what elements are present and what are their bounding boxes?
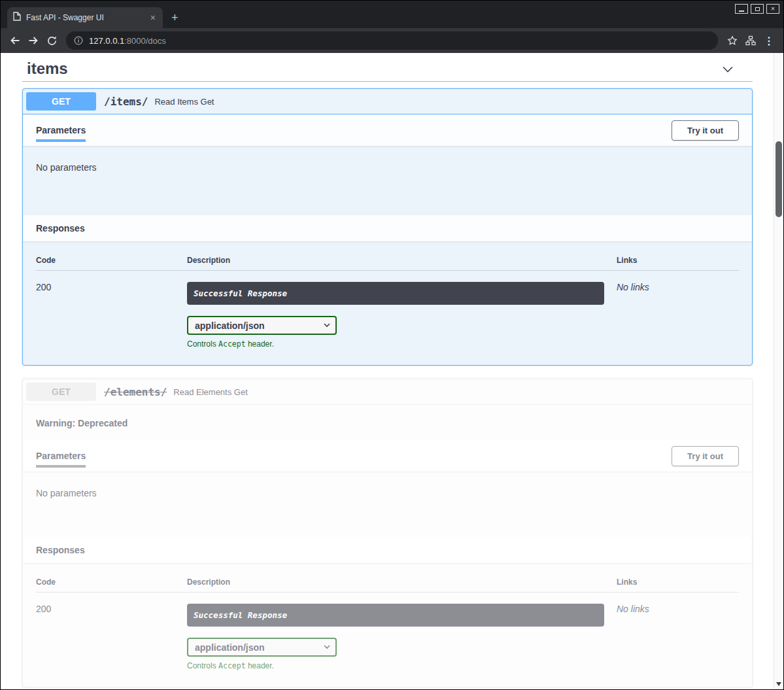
no-parameters-text: No parameters xyxy=(36,488,97,498)
tab-close-icon[interactable]: × xyxy=(149,13,157,22)
operation-description: Read Items Get xyxy=(154,97,214,107)
method-badge: GET xyxy=(26,92,96,111)
opblock-get-elements-deprecated: GET /elements/ Read Elements Get Warning… xyxy=(22,379,753,687)
code-column-header: Code xyxy=(36,249,187,271)
forward-icon[interactable] xyxy=(24,31,43,50)
response-description: Successful Response xyxy=(187,604,604,627)
page-content: items GET /items/ Read Items Get Paramet… xyxy=(1,53,783,689)
responses-label: Responses xyxy=(36,223,85,233)
close-icon: × xyxy=(771,5,775,12)
response-description-cell: Successful Response application/json Con… xyxy=(187,593,617,670)
tab-title: Fast API - Swagger UI xyxy=(26,13,144,22)
responses-table: Code Description Links 200 Successful Re… xyxy=(36,249,739,349)
parameters-body: No parameters xyxy=(23,472,752,537)
accept-note-suffix: header. xyxy=(246,661,274,670)
scroll-down-arrow-icon[interactable] xyxy=(776,682,781,686)
accept-header-note: Controls Accept header. xyxy=(187,339,617,349)
code-column-header: Code xyxy=(36,571,187,593)
tab-strip: Fast API - Swagger UI × + × xyxy=(1,1,783,28)
links-column-header: Links xyxy=(617,249,739,271)
new-tab-button[interactable]: + xyxy=(163,7,187,28)
opblock-get-items: GET /items/ Read Items Get Parameters Tr… xyxy=(22,88,753,366)
site-info-icon[interactable] xyxy=(74,36,83,45)
response-code: 200 xyxy=(36,593,187,670)
parameters-body: No parameters xyxy=(23,146,752,215)
address-bar[interactable]: 127.0.0.1:8000/docs xyxy=(66,31,718,50)
parameters-tab: Parameters xyxy=(36,125,86,142)
menu-dots-icon[interactable]: ⋮ xyxy=(760,31,778,50)
responses-body: Code Description Links 200 Successful Re… xyxy=(23,241,752,365)
browser-chrome: Fast API - Swagger UI × + × xyxy=(1,1,783,53)
url-path: :8000/docs xyxy=(124,36,166,46)
bookmark-star-icon[interactable] xyxy=(723,31,741,50)
responses-header: Responses xyxy=(23,537,752,563)
maximize-button[interactable] xyxy=(751,4,764,14)
try-it-out-button[interactable]: Try it out xyxy=(672,120,739,141)
description-column-header: Description xyxy=(187,571,617,593)
parameters-tab: Parameters xyxy=(36,451,86,468)
responses-table: Code Description Links 200 Successful Re… xyxy=(36,571,739,670)
deprecated-warning: Warning: Deprecated xyxy=(23,405,752,440)
response-links: No links xyxy=(617,271,739,349)
try-it-out-button[interactable]: Try it out xyxy=(672,446,739,466)
back-icon[interactable] xyxy=(6,31,24,50)
media-type-select[interactable]: application/json xyxy=(187,316,337,335)
scrollbar-thumb[interactable] xyxy=(775,141,782,217)
media-type-control: application/json xyxy=(187,316,337,335)
responses-body: Code Description Links 200 Successful Re… xyxy=(23,563,752,687)
hierarchy-icon[interactable] xyxy=(741,31,760,50)
reload-icon[interactable] xyxy=(43,31,61,50)
url-host: 127.0.0.1 xyxy=(89,36,124,46)
responses-label: Responses xyxy=(36,545,85,555)
media-type-select[interactable]: application/json xyxy=(187,638,337,657)
close-button[interactable]: × xyxy=(766,4,779,14)
minimize-button[interactable] xyxy=(735,4,748,14)
maximize-icon xyxy=(755,7,760,11)
operation-summary-row[interactable]: GET /elements/ Read Elements Get xyxy=(23,379,752,405)
operation-path: /elements/ xyxy=(104,386,167,398)
page-icon xyxy=(13,12,21,24)
api-section-header[interactable]: items xyxy=(22,53,753,82)
operation-description: Read Elements Get xyxy=(173,387,247,397)
accept-note-prefix: Controls xyxy=(187,339,218,349)
accept-note-suffix: header. xyxy=(246,339,274,349)
parameters-header: Parameters Try it out xyxy=(23,114,752,146)
response-links: No links xyxy=(617,593,739,670)
window-controls: × xyxy=(735,4,779,14)
minimize-icon xyxy=(739,10,744,12)
browser-tab[interactable]: Fast API - Swagger UI × xyxy=(7,7,163,28)
accept-code: Accept xyxy=(218,339,246,349)
browser-toolbar: 127.0.0.1:8000/docs ⋮ xyxy=(1,28,783,53)
links-column-header: Links xyxy=(617,571,739,593)
section-title: items xyxy=(27,60,68,78)
media-type-control: application/json xyxy=(187,638,337,657)
browser-window: Fast API - Swagger UI × + × xyxy=(0,0,784,690)
responses-header: Responses xyxy=(23,215,752,241)
accept-code: Accept xyxy=(218,661,246,670)
operation-summary-row[interactable]: GET /items/ Read Items Get xyxy=(23,89,752,114)
no-parameters-text: No parameters xyxy=(36,162,97,173)
response-description-cell: Successful Response application/json Con… xyxy=(187,271,617,349)
parameters-header: Parameters Try it out xyxy=(23,440,752,472)
method-badge: GET xyxy=(26,383,96,401)
chevron-down-icon[interactable] xyxy=(720,61,736,77)
accept-note-prefix: Controls xyxy=(187,661,218,670)
url-text: 127.0.0.1:8000/docs xyxy=(89,36,166,46)
accept-header-note: Controls Accept header. xyxy=(187,661,617,670)
swagger-ui: items GET /items/ Read Items Get Paramet… xyxy=(22,53,753,687)
response-code: 200 xyxy=(36,271,187,349)
description-column-header: Description xyxy=(187,249,617,271)
response-description: Successful Response xyxy=(187,282,604,305)
page-scrollbar[interactable] xyxy=(774,53,783,689)
operation-path: /items/ xyxy=(104,95,148,108)
